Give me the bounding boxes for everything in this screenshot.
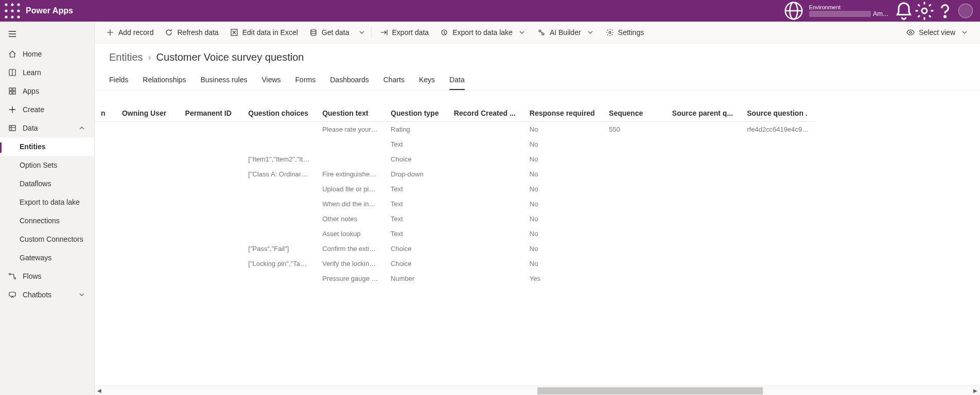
- hamburger-toggle[interactable]: [0, 25, 94, 45]
- tab-data[interactable]: Data: [449, 73, 465, 90]
- breadcrumb: Entities › Customer Voice survey questio…: [95, 43, 980, 63]
- sidebar-item-data[interactable]: Data: [0, 119, 94, 137]
- svg-point-25: [539, 30, 541, 32]
- table-cell: [95, 211, 116, 226]
- sidebar-item-learn[interactable]: Learn: [0, 63, 94, 82]
- sidebar-sub-export-lake[interactable]: Export to data lake: [0, 193, 94, 211]
- sidebar-item-flows[interactable]: Flows: [0, 267, 94, 285]
- table-cell: [95, 122, 116, 137]
- sidebar-sub-dataflows[interactable]: Dataflows: [0, 174, 94, 193]
- sidebar-sub-gateways[interactable]: Gateways: [0, 248, 94, 267]
- col-head-record-created[interactable]: Record Created ...: [448, 105, 523, 122]
- col-head-source-parent[interactable]: Source parent q...: [666, 105, 741, 122]
- sidebar-item-home[interactable]: Home: [0, 45, 94, 63]
- cmd-export-lake[interactable]: Export to data lake: [435, 25, 531, 40]
- svg-point-12: [944, 16, 946, 17]
- environment-picker[interactable]: Environment Am...: [804, 4, 894, 17]
- table-row[interactable]: ["Pass","Fail"]Confirm the extingui...Ch…: [95, 241, 815, 256]
- cmd-settings[interactable]: Settings: [601, 25, 650, 40]
- table-cell: No: [523, 211, 603, 226]
- table-cell: [179, 137, 242, 152]
- table-cell: [179, 167, 242, 182]
- svg-point-27: [609, 31, 611, 33]
- cmd-export-data[interactable]: Export data: [375, 25, 434, 40]
- table-cell: ["Pass","Fail"]: [242, 241, 316, 256]
- col-head-question-choices[interactable]: Question choices: [242, 105, 316, 122]
- table-cell: Text: [384, 226, 448, 241]
- cmd-ai-builder[interactable]: AI Builder: [532, 25, 600, 40]
- cmd-label: Settings: [618, 28, 644, 37]
- tab-fields[interactable]: Fields: [109, 73, 128, 90]
- table-row[interactable]: ["Class A: Ordinary ...Fire extinguisher…: [95, 167, 815, 182]
- sidebar-sub-connections[interactable]: Connections: [0, 211, 94, 230]
- sidebar-sub-entities[interactable]: Entities: [0, 137, 94, 156]
- horizontal-scrollbar[interactable]: ◀ ▶: [95, 386, 980, 395]
- table-cell: No: [523, 122, 603, 137]
- table-cell: [603, 137, 666, 152]
- svg-point-1: [11, 3, 13, 6]
- cmd-refresh-data[interactable]: Refresh data: [160, 25, 223, 40]
- table-cell: [242, 137, 316, 152]
- plus-icon: [8, 105, 16, 114]
- tab-dashboards[interactable]: Dashboards: [330, 73, 369, 90]
- table-row[interactable]: When did the inspec...TextNo: [95, 196, 815, 211]
- table-row[interactable]: ["Item1","Item2","Ite...ChoiceNo: [95, 152, 815, 167]
- user-avatar[interactable]: [958, 4, 973, 18]
- table-cell: [603, 241, 666, 256]
- environment-icon[interactable]: [783, 0, 804, 22]
- table-row[interactable]: ["Locking pin","Tamp...Verify the lockin…: [95, 256, 815, 271]
- col-head-sequence[interactable]: Sequence: [603, 105, 666, 122]
- sidebar-item-chatbots[interactable]: Chatbots: [0, 285, 94, 304]
- table-row[interactable]: TextNo: [95, 137, 815, 152]
- tab-business-rules[interactable]: Business rules: [200, 73, 247, 90]
- cmd-get-data[interactable]: Get data: [304, 25, 355, 40]
- table-row[interactable]: Upload file or pictureTextNo: [95, 182, 815, 196]
- cmd-get-data-dropdown[interactable]: [356, 25, 368, 40]
- col-head-question-type[interactable]: Question type: [384, 105, 448, 122]
- tab-keys[interactable]: Keys: [419, 73, 435, 90]
- sidebar-item-label: Data: [23, 124, 38, 132]
- sidebar-item-label: Option Sets: [20, 161, 57, 169]
- svg-point-2: [17, 3, 20, 6]
- col-head-permanent-id[interactable]: Permanent ID: [179, 105, 242, 122]
- table-cell: [179, 122, 242, 137]
- table-cell: [666, 152, 741, 167]
- col-head-question-text[interactable]: Question text: [316, 105, 384, 122]
- table-cell: [603, 167, 666, 182]
- table-row[interactable]: Pressure gauge readi...NumberYes: [95, 271, 815, 286]
- table-row[interactable]: Asset lookupTextNo: [95, 226, 815, 241]
- cmd-select-view[interactable]: Select view: [901, 25, 974, 40]
- sidebar-item-create[interactable]: Create: [0, 100, 94, 119]
- col-head-owning-user[interactable]: Owning User: [116, 105, 179, 122]
- breadcrumb-parent[interactable]: Entities: [109, 51, 143, 63]
- table-row[interactable]: Other notesTextNo: [95, 211, 815, 226]
- scroll-right-icon[interactable]: ▶: [971, 386, 980, 396]
- help-button[interactable]: [935, 0, 955, 22]
- book-icon: [8, 68, 16, 77]
- sidebar-sub-option-sets[interactable]: Option Sets: [0, 156, 94, 174]
- notifications-button[interactable]: [894, 0, 914, 22]
- sidebar-item-apps[interactable]: Apps: [0, 82, 94, 100]
- settings-button[interactable]: [914, 0, 935, 22]
- col-head-response-required[interactable]: Response required: [523, 105, 603, 122]
- lake-icon: [440, 28, 448, 37]
- svg-point-6: [5, 15, 7, 18]
- cmd-edit-excel[interactable]: Edit data in Excel: [225, 25, 303, 40]
- scroll-track[interactable]: [104, 386, 971, 396]
- table-cell: [666, 196, 741, 211]
- table-cell: [242, 182, 316, 196]
- col-head-source-question[interactable]: Source question .: [741, 105, 815, 122]
- waffle-menu[interactable]: [4, 3, 21, 19]
- cmd-add-record[interactable]: Add record: [101, 25, 159, 40]
- sidebar-sub-custom-connectors[interactable]: Custom Connectors: [0, 230, 94, 248]
- tab-views[interactable]: Views: [261, 73, 281, 90]
- sidebar-item-label: Connections: [20, 217, 60, 225]
- tab-forms[interactable]: Forms: [295, 73, 316, 90]
- col-head-n[interactable]: n: [95, 105, 116, 122]
- tab-relationships[interactable]: Relationships: [143, 73, 186, 90]
- scroll-left-icon[interactable]: ◀: [95, 386, 104, 396]
- scroll-thumb[interactable]: [537, 387, 763, 394]
- table-row[interactable]: Please rate your over...RatingNo550rfe4d…: [95, 122, 815, 137]
- tab-charts[interactable]: Charts: [383, 73, 405, 90]
- table-cell: rfe4d2cc6419e4c97a: [741, 122, 815, 137]
